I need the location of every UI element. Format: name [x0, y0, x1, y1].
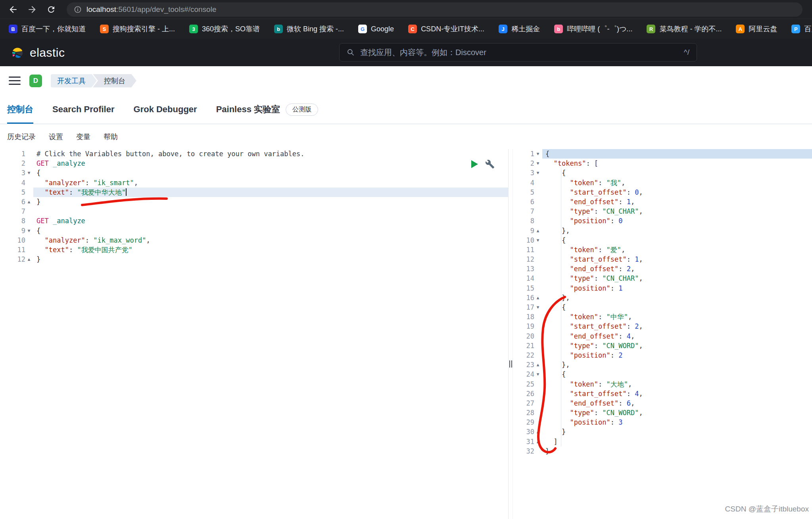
bookmark-item[interactable]: B百度一下，你就知道: [9, 24, 86, 34]
bookmark-item[interactable]: S搜狗搜索引擎 - 上...: [100, 24, 175, 34]
code-text[interactable]: "text": "我爱中华大地": [33, 188, 508, 197]
reload-button[interactable]: [44, 2, 59, 17]
toolbar-variables[interactable]: 变量: [76, 132, 90, 142]
fold-toggle-icon[interactable]: ▴: [534, 293, 541, 303]
line-number: 25: [513, 379, 534, 389]
code-text: },: [542, 360, 812, 370]
fold-toggle-icon[interactable]: ▴: [25, 197, 33, 207]
send-request-button[interactable]: [470, 160, 479, 169]
wrench-icon[interactable]: [485, 159, 495, 169]
code-text[interactable]: # Click the Variables button, above, to …: [33, 149, 508, 159]
code-line[interactable]: 12▴}: [0, 255, 508, 264]
code-text[interactable]: {: [33, 168, 508, 178]
bookmark-item[interactable]: A阿里云盘: [736, 24, 777, 34]
tab-grok-debugger[interactable]: Grok Debugger: [134, 95, 197, 124]
code-line[interactable]: 8GET _analyze: [0, 216, 508, 226]
bookmark-item[interactable]: 3360搜索，SO靠谱: [189, 24, 260, 34]
line-number: 10: [0, 236, 25, 245]
code-text[interactable]: [33, 207, 508, 216]
fold-toggle-icon[interactable]: ▴: [534, 360, 541, 370]
code-text: "token": "中华",: [542, 312, 812, 322]
line-number: 1: [513, 149, 534, 159]
gutter: 19: [513, 322, 542, 331]
code-line[interactable]: 6▴}: [0, 197, 508, 207]
code-line[interactable]: 7: [0, 207, 508, 216]
line-number: 11: [0, 245, 25, 255]
toolbar-help[interactable]: 帮助: [104, 132, 118, 142]
fold-toggle-icon[interactable]: ▴: [534, 427, 541, 437]
fold-toggle-icon[interactable]: ▴: [534, 437, 541, 446]
code-line[interactable]: 1# Click the Variables button, above, to…: [0, 149, 508, 159]
space-badge[interactable]: D: [29, 75, 42, 87]
code-line[interactable]: 4 "analyzer": "ik_smart",: [0, 178, 508, 188]
line-number: 27: [513, 398, 534, 408]
code-line: 6 "end_offset": 1,: [513, 197, 812, 207]
fold-toggle-icon[interactable]: ▾: [534, 303, 541, 312]
code-line[interactable]: 2GET _analyze: [0, 159, 508, 168]
code-text[interactable]: }: [33, 255, 508, 264]
breadcrumb-item[interactable]: 控制台: [93, 74, 136, 88]
line-number: 1: [0, 149, 25, 159]
code-line[interactable]: 11 "text": "我爱中国共产党": [0, 245, 508, 255]
line-number: 3: [0, 168, 25, 178]
panel-resizer[interactable]: [508, 149, 513, 519]
code-line: 20 "end_offset": 4,: [513, 331, 812, 341]
gutter: 11: [513, 245, 542, 255]
tab-console[interactable]: 控制台: [7, 95, 33, 124]
breadcrumb: 开发工具控制台: [51, 74, 136, 88]
address-bar[interactable]: localhost:5601/app/dev_tools#/console: [67, 2, 802, 17]
fold-toggle-icon[interactable]: ▴: [25, 255, 33, 264]
bookmark-item[interactable]: CCSDN-专业IT技术...: [408, 24, 484, 34]
back-button[interactable]: [6, 2, 21, 17]
code-text[interactable]: "analyzer": "ik_smart",: [33, 178, 508, 188]
bookmark-item[interactable]: J稀土掘金: [499, 24, 540, 34]
forward-button[interactable]: [25, 2, 40, 17]
fold-toggle-icon[interactable]: ▾: [534, 168, 541, 178]
toolbar-settings[interactable]: 设置: [49, 132, 63, 142]
code-line[interactable]: 3▾{: [0, 168, 508, 178]
fold-toggle-icon[interactable]: ▴: [534, 226, 541, 236]
code-text[interactable]: {: [33, 226, 508, 236]
fold-toggle-icon[interactable]: ▾: [534, 149, 541, 159]
fold-toggle-icon[interactable]: ▾: [534, 236, 541, 245]
code-text[interactable]: "text": "我爱中国共产党": [33, 245, 508, 255]
bookmark-item[interactable]: b微软 Bing 搜索 -...: [274, 24, 344, 34]
code-line: 3▾ {: [513, 168, 812, 178]
bookmark-item[interactable]: P百度网盘: [791, 24, 812, 34]
code-line: 28 "type": "CN_WORD",: [513, 408, 812, 417]
line-number: 23: [513, 360, 534, 370]
tab-painless-lab[interactable]: Painless 实验室公测版: [216, 95, 318, 124]
code-line: 1▾{: [513, 149, 812, 159]
fold-toggle-icon[interactable]: ▾: [534, 159, 541, 168]
fold-toggle-icon[interactable]: ▾: [25, 168, 33, 178]
code-text[interactable]: GET _analyze: [33, 159, 508, 168]
browser-toolbar: localhost:5601/app/dev_tools#/console: [0, 0, 812, 19]
code-line[interactable]: 10 "analyzer": "ik_max_word",: [0, 236, 508, 245]
bookmark-item[interactable]: GGoogle: [358, 25, 394, 33]
gutter: 31▴: [513, 437, 542, 446]
code-line[interactable]: 9▾{: [0, 226, 508, 236]
breadcrumb-item[interactable]: 开发工具: [51, 74, 97, 88]
tab-search-profiler[interactable]: Search Profiler: [52, 95, 115, 124]
watermark-text: CSDN @蓝盒子itbluebox: [725, 504, 809, 514]
code-text: "position": 0: [542, 216, 812, 226]
code-text[interactable]: "analyzer": "ik_max_word",: [33, 236, 508, 245]
fold-toggle-icon[interactable]: ▾: [25, 226, 33, 236]
code-line[interactable]: 5 "text": "我爱中华大地": [0, 188, 508, 197]
elastic-logo-icon: [10, 46, 25, 60]
bookmark-item[interactable]: R菜鸟教程 - 学的不...: [647, 24, 722, 34]
global-search-input[interactable]: 查找应用、内容等。例如：Discover ^/: [339, 43, 697, 61]
gutter: 24▾: [513, 370, 542, 379]
code-text[interactable]: }: [33, 197, 508, 207]
line-number: 2: [513, 159, 534, 168]
elastic-brand[interactable]: elastic: [10, 46, 65, 60]
line-number: 6: [0, 197, 25, 207]
code-text: "position": 1: [542, 283, 812, 293]
line-number: 24: [513, 370, 534, 379]
fold-toggle-icon[interactable]: ▾: [534, 370, 541, 379]
request-editor-panel[interactable]: 1# Click the Variables button, above, to…: [0, 149, 508, 519]
toolbar-history[interactable]: 历史记录: [7, 132, 36, 142]
bookmark-item[interactable]: b哔哩哔哩 (゜-゜)つ...: [554, 24, 632, 34]
code-text[interactable]: GET _analyze: [33, 216, 508, 226]
menu-hamburger-icon[interactable]: [9, 77, 21, 85]
